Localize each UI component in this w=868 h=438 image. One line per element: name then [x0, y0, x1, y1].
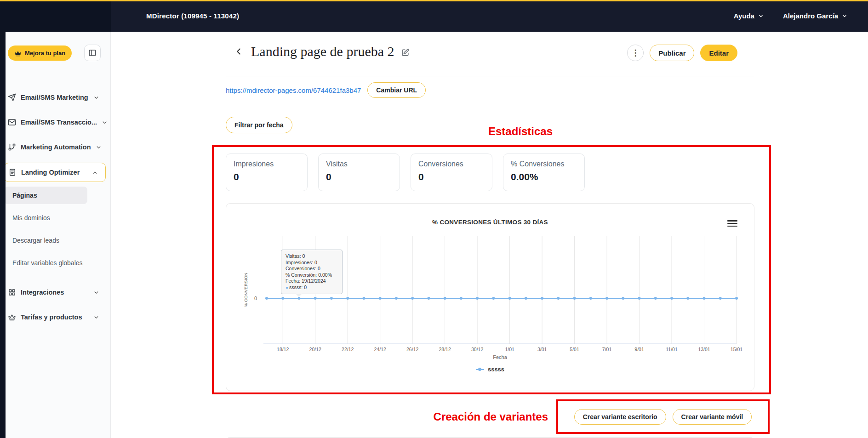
account-title: MDirector (109945 - 113042): [146, 12, 239, 20]
stat-label: Conversiones: [418, 160, 485, 168]
svg-text:20/12: 20/12: [309, 347, 321, 352]
variants-annotation-box: Crear variante escritorio Crear variante…: [556, 399, 770, 434]
stat-value: 0: [418, 171, 485, 182]
sidebar-item-label: Landing Optimizer: [21, 169, 80, 176]
stat-card-visitas: Visitas 0: [318, 154, 400, 191]
conversions-chart-card: % CONVERSIONES ÚLTIMOS 30 DÍAS 18/1220/1…: [226, 203, 754, 391]
help-menu[interactable]: Ayuda: [734, 12, 764, 20]
tooltip-line: Impresiones: 0: [286, 260, 338, 266]
sidebar-item-label: Integraciones: [21, 289, 64, 296]
create-mobile-variant-button[interactable]: Crear variante móvil: [673, 409, 752, 425]
sidebar-item-label: Email/SMS Transaccio...: [21, 119, 97, 126]
chevron-down-icon: [93, 314, 99, 320]
pencil-square-icon: [401, 48, 410, 57]
filter-by-date-button[interactable]: Filtrar por fecha: [226, 117, 292, 133]
crown-icon: [14, 50, 22, 57]
sidebar-subitem-label: Mis dominios: [12, 214, 50, 222]
chevron-down-icon: [93, 95, 99, 101]
upgrade-plan-label: Mejora tu plan: [25, 50, 65, 57]
pricing-icon: [8, 313, 16, 321]
sidebar-subitem-label: Páginas: [12, 192, 37, 199]
more-options-button[interactable]: ⋮: [627, 45, 644, 61]
svg-text:0: 0: [254, 296, 257, 301]
edit-title-button[interactable]: [401, 48, 410, 57]
sidebar-item-tarifas-y-productos[interactable]: Tarifas y productos: [8, 307, 107, 327]
sidebar-item-integraciones[interactable]: Integraciones: [8, 282, 107, 302]
svg-text:3/01: 3/01: [537, 347, 547, 352]
svg-text:7/01: 7/01: [602, 347, 612, 352]
legend-line-marker-icon: [476, 369, 484, 370]
svg-text:24/12: 24/12: [374, 347, 386, 352]
svg-text:30/12: 30/12: [471, 347, 483, 352]
conversions-line-chart: 18/1220/1222/1224/1226/1228/1230/121/013…: [226, 204, 755, 392]
sidebar-item-label: Marketing Automation: [21, 143, 91, 151]
publish-button[interactable]: Publicar: [650, 45, 694, 61]
sidebar-item-landing-optimizer[interactable]: Landing Optimizer: [4, 163, 106, 182]
stat-value: 0.00%: [511, 171, 577, 182]
url-row: https://mdirector-pages.com/6744621fa3b4…: [226, 82, 426, 98]
main-content: Landing page de prueba 2 ⋮ Publicar Edit…: [226, 32, 754, 438]
integrations-icon: [8, 288, 16, 296]
sidebar-item-email-sms-transaccional[interactable]: Email/SMS Transaccio...: [8, 112, 107, 132]
svg-text:9/01: 9/01: [634, 347, 644, 352]
chevron-up-icon: [92, 170, 98, 176]
left-dark-rail: [0, 32, 6, 438]
sidebar-subitem-label: Editar variables globales: [12, 259, 83, 267]
tooltip-line: Visitas: 0: [286, 253, 338, 260]
chevron-down-icon: [96, 144, 102, 150]
edit-button[interactable]: Editar: [700, 45, 737, 61]
sidebar-subitem-descargar-leads[interactable]: Descargar leads: [8, 232, 107, 249]
page-title: Landing page de prueba 2: [251, 44, 394, 59]
svg-text:28/12: 28/12: [439, 347, 451, 352]
legend-series-label: sssss: [488, 366, 504, 373]
chart-tooltip: Visitas: 0 Impresiones: 0 Conversiones: …: [281, 250, 343, 294]
help-label: Ayuda: [734, 12, 754, 20]
tooltip-series-value: sssss: 0: [289, 284, 307, 290]
upgrade-plan-button[interactable]: Mejora tu plan: [8, 46, 72, 61]
topbar-right: Ayuda Alejandro García: [734, 12, 868, 20]
svg-text:22/12: 22/12: [342, 347, 354, 352]
sidebar-collapse-button[interactable]: [84, 45, 101, 61]
landing-page-icon: [8, 168, 17, 176]
stat-cards-row: Impresiones 0 Visitas 0 Conversiones 0 %…: [226, 154, 585, 191]
header-divider: [226, 76, 754, 76]
landing-page-url-link[interactable]: https://mdirector-pages.com/6744621fa3b4…: [226, 86, 361, 94]
back-button[interactable]: [233, 46, 245, 57]
stat-label: % Conversiones: [511, 160, 577, 168]
user-menu[interactable]: Alejandro García: [783, 12, 847, 20]
tooltip-line: % Conversión: 0.00%: [286, 272, 338, 279]
stats-annotation-box: Impresiones 0 Visitas 0 Conversiones 0 %…: [212, 145, 771, 394]
sidebar-subitem-label: Descargar leads: [12, 237, 59, 244]
top-accent-line: [0, 0, 868, 1]
sidebar-item-label: Email/SMS Marketing: [21, 94, 88, 101]
variants-annotation-label: Creación de variantes: [434, 410, 548, 423]
create-desktop-variant-button[interactable]: Crear variante escritorio: [574, 409, 666, 425]
svg-text:Fecha: Fecha: [493, 354, 507, 360]
sidebar-nav: Email/SMS Marketing Email/SMS Transaccio…: [8, 87, 107, 332]
nav-spacer: [8, 277, 107, 282]
sidebar-subitem-editar-variables-globales[interactable]: Editar variables globales: [8, 254, 107, 272]
change-url-button[interactable]: Cambiar URL: [367, 82, 426, 98]
panel-collapse-icon: [88, 49, 97, 57]
sidebar-subitem-paginas[interactable]: Páginas: [4, 187, 87, 204]
chevron-left-icon: [234, 46, 244, 57]
svg-text:% CONVERSION: % CONVERSION: [243, 273, 248, 307]
topbar: MDirector (109945 - 113042) Ayuda Alejan…: [0, 0, 868, 32]
sidebar-item-email-sms-marketing[interactable]: Email/SMS Marketing: [8, 87, 107, 108]
automation-icon: [8, 143, 16, 151]
svg-text:15/01: 15/01: [731, 347, 742, 352]
stat-value: 0: [326, 171, 392, 182]
sidebar-subitem-mis-dominios[interactable]: Mis dominios: [8, 209, 107, 227]
svg-text:5/01: 5/01: [570, 347, 579, 352]
svg-text:1/01: 1/01: [505, 347, 514, 352]
sidebar: Mejora tu plan Email/SMS Marketing Email…: [0, 32, 111, 438]
svg-text:26/12: 26/12: [406, 347, 418, 352]
chevron-down-icon: [842, 13, 847, 19]
stat-card-impresiones: Impresiones 0: [226, 154, 308, 191]
sidebar-item-marketing-automation[interactable]: Marketing Automation: [8, 137, 107, 157]
stat-label: Impresiones: [234, 160, 300, 168]
chart-legend[interactable]: sssss: [226, 366, 754, 373]
page-header: Landing page de prueba 2: [233, 44, 410, 59]
stat-card-pct-conversiones: % Conversiones 0.00%: [503, 154, 585, 191]
svg-text:11/01: 11/01: [666, 347, 678, 352]
